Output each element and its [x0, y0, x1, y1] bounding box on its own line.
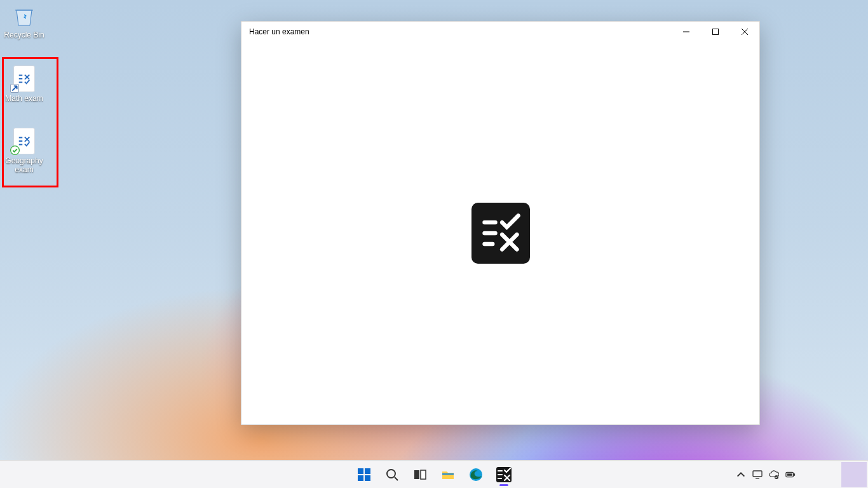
svg-rect-4: [358, 475, 363, 481]
desktop[interactable]: Recycle Bin Math exam Geography exam Hac…: [0, 0, 868, 488]
maximize-button[interactable]: [701, 22, 730, 42]
window-body: [241, 42, 759, 424]
svg-rect-10: [753, 471, 762, 477]
tray-battery-icon[interactable]: [783, 462, 798, 487]
task-view-button[interactable]: [407, 462, 433, 487]
file-explorer-button[interactable]: [435, 462, 461, 487]
taskbar: [0, 460, 868, 488]
chevron-up-icon: [736, 470, 746, 480]
show-desktop-button[interactable]: [841, 462, 867, 487]
taskbar-clock-area[interactable]: [799, 462, 840, 487]
edge-icon: [468, 467, 484, 482]
tray-onedrive-icon[interactable]: [766, 462, 782, 487]
take-test-icon: [496, 467, 512, 482]
svg-rect-14: [787, 473, 792, 476]
close-button[interactable]: [730, 22, 759, 42]
recycle-bin-icon: [11, 3, 37, 28]
svg-point-6: [387, 470, 395, 478]
minimize-button[interactable]: [672, 22, 701, 42]
search-icon: [384, 467, 400, 482]
tray-display-icon[interactable]: [750, 462, 765, 487]
taskbar-tray: [733, 462, 868, 487]
svg-rect-3: [365, 468, 370, 474]
annotation-highlight-box: [2, 57, 58, 187]
windows-logo-icon: [356, 467, 372, 482]
take-test-window: Hacer un examen: [241, 21, 760, 425]
start-button[interactable]: [351, 462, 377, 487]
desktop-icon-recycle-bin[interactable]: Recycle Bin: [0, 3, 48, 39]
desktop-icon-label: Recycle Bin: [4, 30, 44, 39]
svg-rect-7: [414, 470, 419, 479]
active-app-indicator: [499, 484, 508, 486]
edge-button[interactable]: [463, 462, 489, 487]
window-controls: [672, 22, 759, 42]
task-view-icon: [412, 467, 428, 482]
display-icon: [752, 470, 763, 480]
battery-icon: [785, 470, 796, 480]
svg-rect-1: [713, 29, 719, 35]
show-hidden-icons-button[interactable]: [733, 462, 749, 487]
window-title: Hacer un examen: [249, 27, 309, 36]
take-test-taskbar-button[interactable]: [491, 462, 517, 487]
taskbar-center: [351, 462, 517, 487]
folder-icon: [440, 467, 456, 482]
cloud-sync-icon: [769, 470, 779, 480]
svg-rect-5: [365, 475, 370, 481]
svg-rect-2: [358, 468, 363, 474]
svg-rect-8: [421, 470, 426, 479]
take-test-splash-icon: [471, 203, 530, 264]
svg-rect-13: [794, 473, 795, 476]
window-titlebar[interactable]: Hacer un examen: [241, 22, 759, 42]
search-button[interactable]: [379, 462, 405, 487]
